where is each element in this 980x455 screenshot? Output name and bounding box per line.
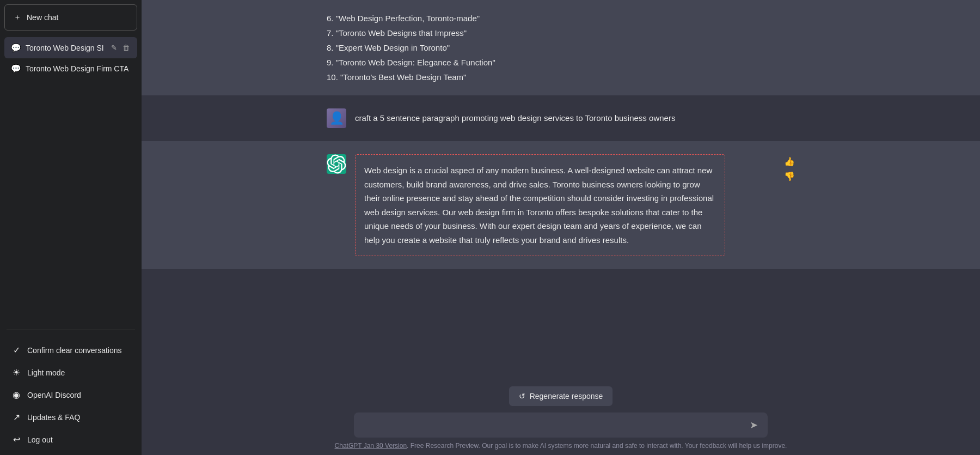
ai-message-row: Web design is a crucial aspect of any mo… bbox=[142, 141, 980, 269]
edit-chat-button[interactable]: ✎ bbox=[110, 43, 118, 53]
sidebar-item-label: Light mode bbox=[27, 368, 65, 377]
sidebar-item-icon: ↗ bbox=[11, 412, 22, 422]
sidebar-item-icon: ◉ bbox=[11, 390, 22, 400]
list-item: 10. "Toronto's Best Web Design Team" bbox=[327, 70, 795, 84]
sidebar-item-label: Updates & FAQ bbox=[27, 413, 80, 422]
chat-messages: 6. "Web Design Perfection, Toronto-made"… bbox=[142, 0, 980, 381]
sidebar-item-icon: ☀ bbox=[11, 367, 22, 378]
sidebar-chat-item[interactable]: 💬 Toronto Web Design SI ✎ 🗑 bbox=[4, 37, 137, 58]
chatgpt-icon bbox=[327, 154, 346, 174]
ai-message-bubble: Web design is a crucial aspect of any mo… bbox=[355, 154, 725, 256]
footer-link[interactable]: ChatGPT Jan 30 Version bbox=[335, 442, 407, 450]
ai-response-text: Web design is a crucial aspect of any mo… bbox=[364, 163, 716, 247]
sidebar-chat-item[interactable]: 💬 Toronto Web Design Firm CTA bbox=[4, 58, 137, 79]
chat-icon: 💬 bbox=[11, 43, 21, 53]
sidebar-item-label: Log out bbox=[27, 435, 53, 444]
sidebar-divider bbox=[7, 330, 135, 330]
ai-message-content: Web design is a crucial aspect of any mo… bbox=[355, 154, 770, 256]
thumbs-up-button[interactable]: 👍 bbox=[784, 156, 795, 167]
sidebar-bottom-item-confirm-clear[interactable]: ✓ Confirm clear conversations bbox=[4, 339, 137, 361]
sidebar-item-icon: ↩ bbox=[11, 434, 22, 445]
input-area: ➤ bbox=[354, 412, 768, 438]
list-item: 6. "Web Design Perfection, Toronto-made" bbox=[327, 11, 795, 26]
chat-item-label: Toronto Web Design Firm CTA bbox=[26, 64, 131, 73]
sidebar-bottom-item-updates-faq[interactable]: ↗ Updates & FAQ bbox=[4, 406, 137, 428]
new-chat-label: New chat bbox=[27, 13, 58, 22]
list-item: 9. "Toronto Web Design: Elegance & Funct… bbox=[327, 55, 795, 70]
ai-avatar bbox=[327, 154, 346, 174]
send-button[interactable]: ➤ bbox=[748, 418, 760, 432]
sidebar-item-label: Confirm clear conversations bbox=[27, 346, 122, 355]
list-item: 7. "Toronto Web Designs that Impress" bbox=[327, 26, 795, 40]
ai-message-actions: 👍 👎 bbox=[784, 154, 795, 181]
regenerate-label: Regenerate response bbox=[530, 392, 603, 401]
numbered-list: 6. "Web Design Perfection, Toronto-made"… bbox=[327, 11, 795, 84]
chat-bottom: ↺ Regenerate response ➤ ChatGPT Jan 30 V… bbox=[142, 381, 980, 455]
user-message-row: 👤 craft a 5 sentence paragraph promoting… bbox=[142, 95, 980, 141]
sidebar-item-label: OpenAI Discord bbox=[27, 391, 81, 399]
sidebar-bottom-item-discord[interactable]: ◉ OpenAI Discord bbox=[4, 384, 137, 406]
chat-list: 💬 Toronto Web Design SI ✎ 🗑 💬 Toronto We… bbox=[0, 35, 142, 325]
regenerate-button[interactable]: ↺ Regenerate response bbox=[509, 386, 613, 406]
sidebar: ＋ New chat 💬 Toronto Web Design SI ✎ 🗑 💬… bbox=[0, 0, 142, 455]
list-item: 8. "Expert Web Design in Toronto" bbox=[327, 40, 795, 55]
regenerate-icon: ↺ bbox=[519, 392, 525, 401]
sidebar-item-icon: ✓ bbox=[11, 345, 22, 355]
sidebar-bottom-item-light-mode[interactable]: ☀ Light mode bbox=[4, 361, 137, 384]
send-icon: ➤ bbox=[750, 420, 758, 430]
sidebar-bottom: ✓ Confirm clear conversations ☀ Light mo… bbox=[0, 335, 142, 455]
new-chat-button[interactable]: ＋ New chat bbox=[4, 4, 137, 31]
footer-text: ChatGPT Jan 30 Version. Free Research Pr… bbox=[335, 442, 787, 453]
user-avatar: 👤 bbox=[327, 108, 346, 128]
chat-icon: 💬 bbox=[11, 64, 21, 74]
chat-item-label: Toronto Web Design SI bbox=[26, 44, 106, 52]
sidebar-bottom-item-log-out[interactable]: ↩ Log out bbox=[4, 428, 137, 451]
thumbs-down-button[interactable]: 👎 bbox=[784, 171, 795, 181]
user-message-text: craft a 5 sentence paragraph promoting w… bbox=[355, 108, 675, 125]
footer-description: . Free Research Preview. Our goal is to … bbox=[407, 442, 787, 450]
plus-icon: ＋ bbox=[14, 13, 21, 22]
list-section: 6. "Web Design Perfection, Toronto-made"… bbox=[142, 0, 980, 95]
main-content: 6. "Web Design Perfection, Toronto-made"… bbox=[142, 0, 980, 455]
delete-chat-button[interactable]: 🗑 bbox=[121, 43, 131, 53]
chat-input[interactable] bbox=[362, 418, 748, 432]
